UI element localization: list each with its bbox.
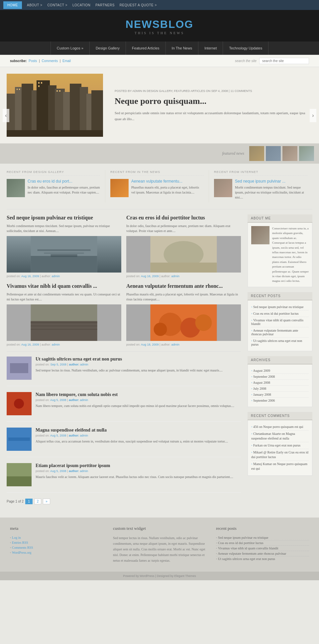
- svg-rect-18: [56, 90, 58, 92]
- footer-meta-item-3: Comments RSS: [10, 545, 103, 550]
- grid-post-2-meta: posted on: Aug 16, 2009 | author: admin: [126, 275, 241, 278]
- footer-meta-list: Log in Entries RSS Comments RSS WordPres…: [10, 535, 103, 555]
- nav-in-the-news[interactable]: In The News: [166, 41, 199, 55]
- subscribe-posts[interactable]: Posts: [29, 59, 37, 63]
- recent-post-link-4[interactable]: Aenean vulputate fermentum ante rhoncus …: [251, 329, 298, 336]
- recent-post-link-2[interactable]: Cras eu eros id dui porttitor luctus: [253, 312, 299, 315]
- grid-post-3-excerpt: Pellentesque et ante ut dui condimentum …: [7, 292, 121, 302]
- grid-post-2-author[interactable]: admin: [171, 275, 179, 278]
- archive-link-2[interactable]: September 2008: [253, 375, 275, 378]
- list-post-3-meta: posted on: Aug 5, 2008 | author: admin: [36, 434, 241, 437]
- nav-featured-articles[interactable]: Featured Articles: [126, 41, 166, 55]
- top-nav-home[interactable]: HOME: [3, 1, 22, 9]
- nav-technology-updates[interactable]: Technology Updates: [223, 41, 268, 55]
- site-footer: meta Log in Entries RSS Comments RSS Wor…: [0, 518, 319, 580]
- nav-design-gallery[interactable]: Design Gallery: [90, 41, 126, 55]
- archive-link-3[interactable]: August 2008: [253, 381, 270, 384]
- list-post-3-author-label: author:: [69, 434, 79, 437]
- list-post-2-title[interactable]: Nam libero tempore, cum soluta nobis est: [36, 392, 241, 397]
- list-post-3-title[interactable]: Magna suspendisse eleifend at nulla: [36, 428, 241, 433]
- grid-post-3-author[interactable]: admin: [52, 343, 60, 346]
- featured-thumb-3[interactable]: [282, 146, 297, 161]
- recent-post-item-2: Cras eu eros id dui porttitor luctus: [251, 310, 309, 317]
- recent-post-news-title[interactable]: Aenean vulputate fermentu...: [131, 179, 204, 184]
- footer-bottom: Powered by WordPress | Designed by Elega…: [0, 572, 319, 580]
- slider-prev-button[interactable]: ‹: [3, 109, 9, 122]
- site-tagline: THIS IS THE NEWS: [0, 31, 319, 35]
- slider-image: [7, 74, 103, 137]
- footer-meta-link-4[interactable]: WordPress.org: [12, 551, 32, 554]
- archive-item-4: July 2008: [251, 386, 309, 392]
- list-post-1-excerpt: Sed tempor lectus in risus. Nullam vesti…: [36, 368, 241, 373]
- top-nav-about[interactable]: ABOUT >: [27, 3, 42, 7]
- archive-link-4[interactable]: July 2008: [253, 387, 266, 390]
- sidebar: ABOUT ME Consectetuer rutrum urna in, a …: [248, 214, 312, 511]
- archive-link-6[interactable]: September 2006: [253, 399, 275, 402]
- recent-in-the-news: RECENT FROM IN THE NEWS Aenean vulputate…: [105, 170, 209, 202]
- archive-link-1[interactable]: August 2009: [253, 369, 270, 372]
- top-nav-partners[interactable]: PARTNERS: [95, 3, 115, 7]
- list-post-1-author[interactable]: admin: [80, 363, 88, 366]
- about-avatar: [251, 226, 269, 244]
- recent-post-link-5[interactable]: Ut sagittis ultrices urna eget erat non …: [251, 339, 302, 346]
- list-post-3-author[interactable]: admin: [80, 434, 88, 437]
- pagination-page-2[interactable]: 2: [34, 499, 42, 504]
- recent-post-item-1: Sed neque ipsum pulvinar eu tristique: [251, 304, 309, 310]
- subscribe-label: subscribe:: [10, 59, 27, 63]
- grid-post-3-title[interactable]: Vivamus vitae nibh id quam convallis ...: [7, 283, 121, 290]
- footer-recent-post-5: Ut sagittis ultrices urna eget erat non …: [216, 556, 309, 561]
- list-post-2-author[interactable]: admin: [80, 398, 88, 402]
- slider-title: Neque porro quisquam...: [115, 96, 307, 106]
- recent-post-news-image: [110, 179, 129, 197]
- pagination-next[interactable]: »: [43, 499, 50, 504]
- grid-post-1-title[interactable]: Sed neque ipsum pulvinar eu tristique: [7, 214, 121, 221]
- recent-post-link-3[interactable]: Vivamus vitae nibh id quam convallis bla…: [251, 318, 303, 326]
- subscribe-email[interactable]: Email: [62, 59, 71, 63]
- recent-post-internet-title[interactable]: Sed neque ipsum pulvinar ...: [235, 179, 307, 184]
- grid-post-2-title[interactable]: Cras eu eros id dui porttitor luctus: [126, 214, 241, 221]
- top-nav-location[interactable]: LOCATION: [72, 3, 90, 7]
- list-post-4-title[interactable]: Etiam placerat ipsum porttitor ipsum: [36, 463, 241, 468]
- search-input[interactable]: [259, 58, 309, 64]
- list-post-1-title[interactable]: Ut sagittis ultrices urna eget erat non …: [36, 357, 241, 362]
- featured-thumb-4[interactable]: [299, 146, 314, 161]
- svg-rect-12: [91, 90, 103, 137]
- featured-thumb-2[interactable]: [266, 146, 281, 161]
- grid-post-3-meta: posted on: Aug 16, 2009 | author: admin: [7, 343, 121, 346]
- footer-meta-link-3[interactable]: Comments RSS: [12, 546, 33, 549]
- nav-internet[interactable]: Internet: [198, 41, 223, 55]
- pagination-page-1[interactable]: 1: [25, 499, 33, 504]
- footer-recent-posts-col: recent posts Sed neque ipsum pulvinar eu…: [216, 526, 309, 563]
- main-navigation: Custom Logos » Design Gallery Featured A…: [0, 41, 319, 55]
- nav-custom-logos[interactable]: Custom Logos »: [51, 41, 90, 55]
- top-nav-quote[interactable]: REQUEST A QUOTE >: [120, 3, 157, 7]
- footer-recent-posts-title: recent posts: [216, 526, 309, 531]
- recent-post-news-text: Phasellus mauris elit, porta a placerat …: [131, 185, 204, 195]
- recent-comments-widget: RECENT COMMENTS 456 on Neque porro quisq…: [248, 412, 312, 476]
- footer-meta-link-2[interactable]: Entries RSS: [12, 541, 28, 544]
- recent-post-link-1[interactable]: Sed neque ipsum pulvinar eu tristique: [253, 305, 303, 309]
- slider-next-button[interactable]: ›: [310, 109, 316, 122]
- subscribe-comments[interactable]: Comments: [42, 59, 58, 63]
- footer-meta-link-1[interactable]: Log in: [12, 536, 21, 539]
- about-me-content: Consectetuer rutrum urna in, a molestie …: [248, 223, 312, 287]
- top-nav-contact[interactable]: CONTACT >: [47, 3, 67, 7]
- featured-thumb-1[interactable]: [249, 146, 264, 161]
- recent-post-item-3: Vivamus vitae nibh id quam convallis bla…: [251, 317, 309, 327]
- grid-post-4-title[interactable]: Aenean vulputate fermentum ante rhonc...: [126, 283, 241, 290]
- svg-rect-28: [151, 263, 217, 273]
- svg-rect-25: [51, 254, 77, 257]
- list-post-4-author[interactable]: admin: [80, 469, 88, 473]
- archive-link-5[interactable]: January 2008: [253, 393, 271, 396]
- grid-post-2-image: [126, 236, 241, 273]
- grid-post-1-author[interactable]: admin: [52, 275, 60, 278]
- comment-item-5: Manoj Kumar on Neque porro quisquam est …: [251, 461, 309, 472]
- list-post-4-author-label: author:: [69, 469, 79, 473]
- footer-recent-posts-list: Sed neque ipsum pulvinar eu tristique Cr…: [216, 535, 309, 561]
- list-post-2-author-label: author:: [69, 398, 79, 402]
- comment-item-1: 456 on Neque porro quisquam est qui: [251, 424, 309, 431]
- recent-comments-title: RECENT COMMENTS: [248, 412, 312, 420]
- grid-post-4-author[interactable]: admin: [171, 343, 179, 346]
- recent-post-design-title[interactable]: Cras eu eros id dui port...: [28, 179, 100, 184]
- content-wrapper: RECENT FROM DESIGN GALLERY Cras eu eros …: [0, 170, 319, 511]
